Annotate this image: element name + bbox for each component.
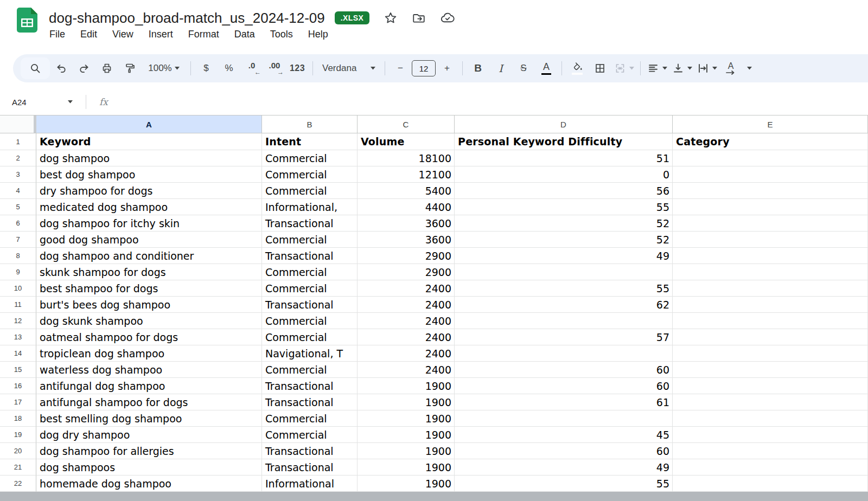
cell-C21[interactable]: 1900 <box>358 459 455 476</box>
borders-button[interactable] <box>589 57 611 79</box>
cell-E21[interactable] <box>673 459 868 476</box>
cell-D2[interactable]: 51 <box>455 150 673 166</box>
cell-E12[interactable] <box>673 313 868 329</box>
cell-E14[interactable] <box>673 345 868 362</box>
cell-D13[interactable]: 57 <box>455 329 673 345</box>
cell-E15[interactable] <box>673 362 868 378</box>
cell-D11[interactable]: 62 <box>455 297 673 313</box>
cell-E8[interactable] <box>673 248 868 264</box>
document-title[interactable]: dog-shampoo_broad-match_us_2024-12-09 <box>49 10 325 27</box>
sheets-logo-icon[interactable] <box>16 7 38 33</box>
cell-C11[interactable]: 2400 <box>358 297 455 313</box>
cell-A5[interactable]: medicated dog shampoo <box>36 199 262 215</box>
cell-B21[interactable]: Transactional <box>262 459 358 476</box>
cell-C1[interactable]: Volume <box>358 133 455 150</box>
cell-E5[interactable] <box>673 199 868 215</box>
row-header-22[interactable]: 22 <box>0 476 36 492</box>
cloud-saved-icon[interactable] <box>440 10 455 25</box>
row-header-4[interactable]: 4 <box>0 183 36 199</box>
text-rotation-button[interactable]: A <box>719 57 742 79</box>
cell-E16[interactable] <box>673 378 868 394</box>
fx-icon[interactable]: fx <box>99 97 108 107</box>
cell-B8[interactable]: Transactional <box>262 248 358 264</box>
cell-E1[interactable]: Category <box>673 133 868 150</box>
cell-A3[interactable]: best dog shampoo <box>36 166 262 183</box>
row-header-3[interactable]: 3 <box>0 166 36 183</box>
print-icon[interactable] <box>95 57 118 79</box>
cell-D8[interactable]: 49 <box>455 248 673 264</box>
cell-A14[interactable]: tropiclean dog shampoo <box>36 345 262 362</box>
menu-file[interactable]: File <box>49 29 65 40</box>
row-header-10[interactable]: 10 <box>0 280 36 297</box>
cell-B20[interactable]: Transactional <box>262 443 358 459</box>
row-header-19[interactable]: 19 <box>0 427 36 443</box>
cell-E4[interactable] <box>673 183 868 199</box>
column-header-A[interactable]: A <box>36 115 262 133</box>
cell-C2[interactable]: 18100 <box>358 150 455 166</box>
cell-D15[interactable]: 60 <box>455 362 673 378</box>
cell-C13[interactable]: 2400 <box>358 329 455 345</box>
cell-B1[interactable]: Intent <box>262 133 358 150</box>
row-header-20[interactable]: 20 <box>0 443 36 459</box>
cell-E7[interactable] <box>673 232 868 248</box>
cell-A20[interactable]: dog shampoo for allergies <box>36 443 262 459</box>
zoom-control[interactable]: 100% <box>141 57 187 79</box>
row-header-9[interactable]: 9 <box>0 264 36 280</box>
cell-E20[interactable] <box>673 443 868 459</box>
menu-edit[interactable]: Edit <box>80 29 97 40</box>
row-header-12[interactable]: 12 <box>0 313 36 329</box>
cell-C14[interactable]: 2400 <box>358 345 455 362</box>
cell-A11[interactable]: burt's bees dog shampoo <box>36 297 262 313</box>
cell-D5[interactable]: 55 <box>455 199 673 215</box>
menu-data[interactable]: Data <box>234 29 255 40</box>
cell-B2[interactable]: Commercial <box>262 150 358 166</box>
cell-E13[interactable] <box>673 329 868 345</box>
row-header-6[interactable]: 6 <box>0 215 36 232</box>
cell-A19[interactable]: dog dry shampoo <box>36 427 262 443</box>
row-header-21[interactable]: 21 <box>0 459 36 476</box>
cell-A6[interactable]: dog shampoo for itchy skin <box>36 215 262 232</box>
cell-A1[interactable]: Keyword <box>36 133 262 150</box>
cell-B3[interactable]: Commercial <box>262 166 358 183</box>
row-header-1[interactable]: 1 <box>0 133 36 150</box>
select-all-corner[interactable] <box>0 115 36 133</box>
cell-B14[interactable]: Navigational, T <box>262 345 358 362</box>
paint-format-icon[interactable] <box>118 57 141 79</box>
cell-C4[interactable]: 5400 <box>358 183 455 199</box>
cell-E11[interactable] <box>673 297 868 313</box>
undo-icon[interactable] <box>50 57 73 79</box>
cell-E3[interactable] <box>673 166 868 183</box>
cell-B4[interactable]: Commercial <box>262 183 358 199</box>
row-header-2[interactable]: 2 <box>0 150 36 166</box>
row-header-18[interactable]: 18 <box>0 410 36 427</box>
cell-C17[interactable]: 1900 <box>358 394 455 410</box>
cell-A10[interactable]: best shampoo for dogs <box>36 280 262 297</box>
cell-D6[interactable]: 52 <box>455 215 673 232</box>
cell-A7[interactable]: good dog shampoo <box>36 232 262 248</box>
cell-A15[interactable]: waterless dog shampoo <box>36 362 262 378</box>
cell-B9[interactable]: Commercial <box>262 264 358 280</box>
cell-D20[interactable]: 60 <box>455 443 673 459</box>
menu-tools[interactable]: Tools <box>270 29 293 40</box>
cell-B11[interactable]: Transactional <box>262 297 358 313</box>
cell-C20[interactable]: 1900 <box>358 443 455 459</box>
italic-button[interactable]: I <box>489 57 512 79</box>
search-icon[interactable] <box>21 57 50 79</box>
row-header-5[interactable]: 5 <box>0 199 36 215</box>
cell-C7[interactable]: 3600 <box>358 232 455 248</box>
text-rotation-caret[interactable] <box>742 57 754 79</box>
row-header-13[interactable]: 13 <box>0 329 36 345</box>
menu-help[interactable]: Help <box>308 29 328 40</box>
cell-A2[interactable]: dog shampoo <box>36 150 262 166</box>
cell-C16[interactable]: 1900 <box>358 378 455 394</box>
column-header-C[interactable]: C <box>358 115 455 133</box>
format-percent-button[interactable]: % <box>218 57 240 79</box>
cell-A16[interactable]: antifungal dog shampoo <box>36 378 262 394</box>
cell-E19[interactable] <box>673 427 868 443</box>
column-header-D[interactable]: D <box>455 115 673 133</box>
cell-E2[interactable] <box>673 150 868 166</box>
cell-C10[interactable]: 2400 <box>358 280 455 297</box>
cell-B7[interactable]: Commercial <box>262 232 358 248</box>
cell-A4[interactable]: dry shampoo for dogs <box>36 183 262 199</box>
fill-color-button[interactable] <box>566 57 589 79</box>
